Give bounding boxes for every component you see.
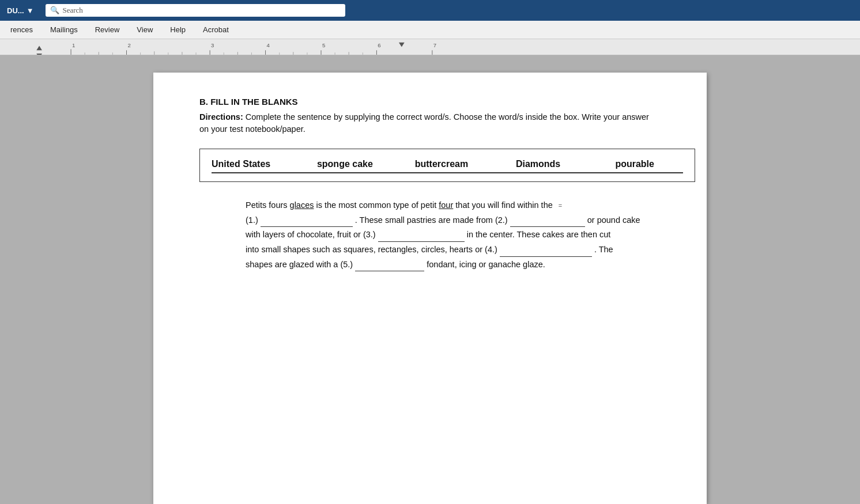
menu-item-acrobat[interactable]: Acrobat <box>199 23 232 36</box>
search-box[interactable]: 🔍 Search <box>46 4 345 17</box>
svg-text:5: 5 <box>322 42 325 48</box>
blank1[interactable] <box>261 213 353 228</box>
menu-item-mailings[interactable]: Mailings <box>47 23 81 36</box>
line5-suffix: fondant, icing or ganache glaze. <box>427 260 545 269</box>
menu-item-help[interactable]: Help <box>167 23 189 36</box>
svg-text:3: 3 <box>211 42 214 48</box>
paragraph-line4: into small shapes such as squares, recta… <box>246 245 613 254</box>
blank2[interactable] <box>510 213 585 228</box>
svg-text:2: 2 <box>127 42 130 48</box>
search-icon: 🔍 <box>50 6 59 15</box>
menu-bar: rences Mailings Review View Help Acrobat <box>0 21 860 39</box>
word-item-1: United States <box>212 157 297 173</box>
word-item-3: buttercream <box>393 157 490 173</box>
svg-text:4: 4 <box>267 42 270 48</box>
page: B. FILL IN THE BLANKS Directions: Comple… <box>153 73 707 504</box>
word-item-5: pourable <box>586 157 683 173</box>
dropdown-icon[interactable]: ▼ <box>27 6 34 15</box>
svg-rect-0 <box>16 39 845 55</box>
line2-suffix: or pound cake <box>587 215 640 225</box>
svg-marker-2 <box>36 54 42 55</box>
ruler: 1 2 3 4 5 6 7 <box>0 39 860 55</box>
equals-sign: = <box>559 202 562 209</box>
blank3[interactable] <box>378 227 465 242</box>
section-title: B. FILL IN THE BLANKS <box>199 96 661 109</box>
paragraph-line2: (1.) . These small pastries are made fro… <box>246 215 640 225</box>
menu-item-review[interactable]: Review <box>92 23 123 36</box>
blank5[interactable] <box>355 257 424 272</box>
line4-prefix: into small shapes such as squares, recta… <box>246 245 497 254</box>
title-bar: DU... ▼ 🔍 Search <box>0 0 860 21</box>
line5-prefix: shapes are glazed with a (5.) <box>246 260 353 269</box>
line2-mid: . These small pastries are made from (2.… <box>355 215 508 225</box>
line3-suffix: in the center. These cakes are then cut <box>467 230 611 239</box>
svg-text:7: 7 <box>433 42 436 48</box>
word-box: United States sponge cake buttercream Di… <box>199 149 695 182</box>
doc-label: DU... <box>7 6 24 15</box>
svg-text:1: 1 <box>72 42 75 48</box>
doc-title[interactable]: DU... ▼ <box>7 6 34 15</box>
search-label: Search <box>63 6 83 15</box>
directions: Directions: Complete the sentence by sup… <box>199 111 661 137</box>
directions-body: Complete the sentence by supplying the c… <box>199 112 649 134</box>
paragraph-block: Petits fours glaces is the most common t… <box>246 198 661 271</box>
line4-suffix: . The <box>594 245 613 254</box>
blank4[interactable] <box>500 242 592 257</box>
word-item-2: sponge cake <box>297 157 394 173</box>
blank1-label: (1.) <box>246 215 258 225</box>
svg-text:6: 6 <box>378 42 380 48</box>
line3-prefix: with layers of chocolate, fruit or (3.) <box>246 230 376 239</box>
menu-item-rences[interactable]: rences <box>7 23 36 36</box>
paragraph-line1: Petits fours glaces is the most common t… <box>246 200 562 210</box>
directions-label: Directions: <box>199 112 243 122</box>
word-item-4: Diamonds <box>490 157 587 173</box>
document-area: B. FILL IN THE BLANKS Directions: Comple… <box>0 55 860 504</box>
line1-text: Petits fours glaces is the most common t… <box>246 200 553 210</box>
menu-item-view[interactable]: View <box>133 23 156 36</box>
paragraph-line3: with layers of chocolate, fruit or (3.) … <box>246 230 610 239</box>
paragraph-line5: shapes are glazed with a (5.) fondant, i… <box>246 260 545 269</box>
